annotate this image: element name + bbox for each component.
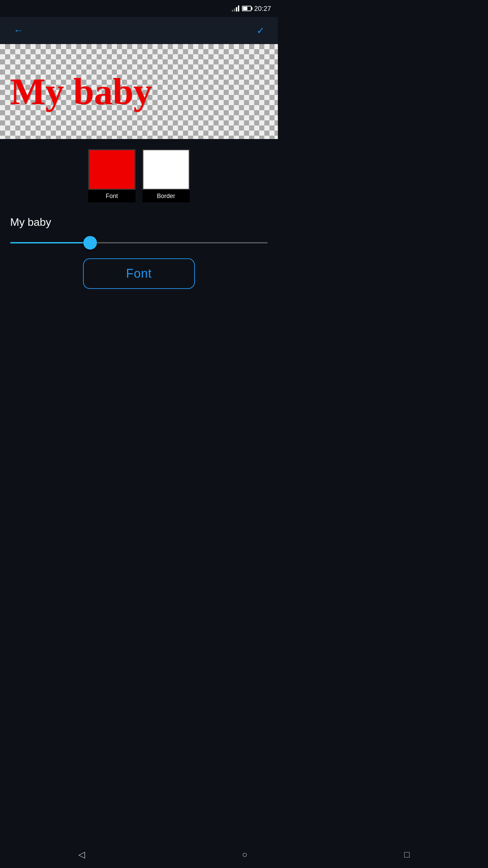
border-color-preview [142, 149, 190, 190]
size-slider[interactable] [10, 242, 268, 243]
slider-container [7, 235, 271, 255]
empty-space [0, 302, 278, 438]
font-color-preview [88, 149, 136, 190]
font-color-swatch[interactable]: Font [88, 149, 136, 202]
font-button-container: Font [7, 255, 271, 292]
font-swatch-label: Font [88, 190, 136, 202]
status-icons: 20:27 [232, 5, 271, 13]
preview-text: My baby [10, 70, 152, 113]
toolbar: ← ✓ [0, 17, 278, 44]
font-button[interactable]: Font [83, 258, 195, 289]
text-input-container [7, 213, 271, 235]
border-swatch-label: Border [142, 190, 190, 202]
color-swatches: Font Border [7, 149, 271, 202]
signal-icon [232, 5, 239, 12]
back-button[interactable]: ← [10, 22, 26, 39]
controls-area: Font Border Font [0, 139, 278, 302]
text-input[interactable] [10, 216, 268, 229]
battery-icon [242, 6, 251, 11]
confirm-button[interactable]: ✓ [253, 22, 268, 40]
status-bar: 20:27 [0, 0, 278, 17]
border-color-swatch[interactable]: Border [142, 149, 190, 202]
status-time: 20:27 [254, 5, 271, 13]
preview-area: My baby [0, 44, 278, 139]
